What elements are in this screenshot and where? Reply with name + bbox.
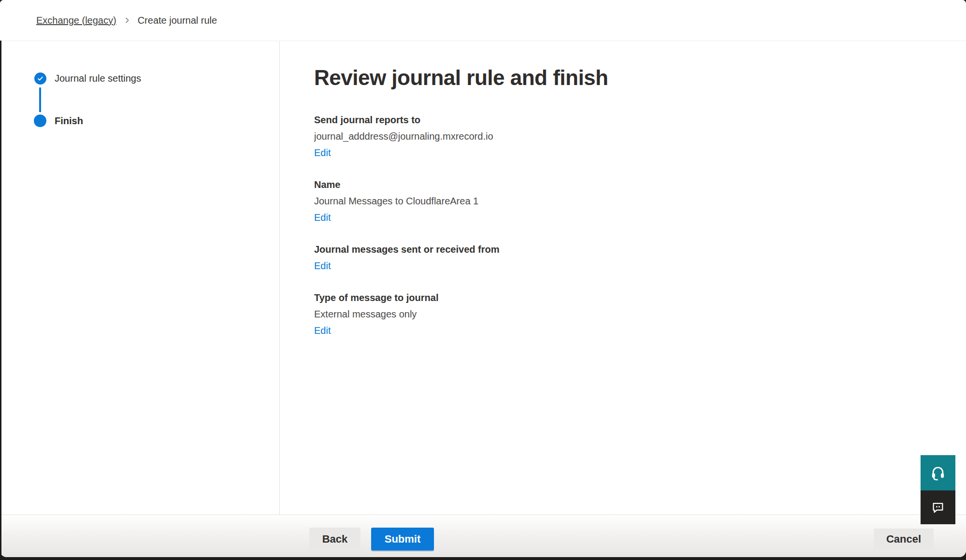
section-value: journal_adddress@journaling.mxrecord.io [314,128,749,144]
app-screen: Exchange (legacy) Create journal rule Jo… [0,0,966,560]
breadcrumb-current: Create journal rule [138,15,217,26]
check-icon [37,75,44,82]
wizard-footer: Back Submit Cancel [0,515,966,557]
window-left-edge [0,41,1,560]
step-completed-circle[interactable] [34,72,46,85]
section-send-journal-reports-to: Send journal reports to journal_adddress… [314,112,749,161]
section-label: Type of message to journal [314,289,749,306]
stepper-step-journal-rule-settings[interactable]: Journal rule settings [55,72,141,85]
back-button[interactable]: Back [309,528,360,550]
chat-bubble-icon [931,500,945,515]
review-panel: Review journal rule and finish Send jour… [279,41,966,515]
stepper-step-finish[interactable]: Finish [55,115,83,127]
edit-link-scope[interactable]: Edit [314,258,331,274]
submit-button[interactable]: Submit [371,528,434,550]
section-label: Journal messages sent or received from [314,241,749,258]
section-name: Name Journal Messages to CloudflareArea … [314,176,749,226]
stepper-connector-line [39,87,41,112]
breadcrumb: Exchange (legacy) Create journal rule [36,0,217,41]
help-button[interactable] [921,455,955,490]
top-header: Exchange (legacy) Create journal rule [0,0,966,41]
section-type-of-message: Type of message to journal External mess… [314,289,749,339]
breadcrumb-parent-link[interactable]: Exchange (legacy) [36,15,116,26]
step-current-circle[interactable] [34,115,46,127]
section-label: Send journal reports to [314,112,749,128]
app-window: Exchange (legacy) Create journal rule Jo… [0,0,966,557]
edit-link-send-journal-reports[interactable]: Edit [314,144,331,161]
edit-link-name[interactable]: Edit [314,209,331,226]
section-value: Journal Messages to CloudflareArea 1 [314,193,749,209]
wizard-stepper-sidebar: Journal rule settings Finish [0,41,280,515]
section-value: External messages only [314,306,749,322]
page-title: Review journal rule and finish [314,66,608,90]
edit-link-message-type[interactable]: Edit [314,322,331,339]
section-label: Name [314,176,749,193]
headset-icon [930,465,946,481]
cancel-button[interactable]: Cancel [874,529,934,550]
section-journal-messages-sent-or-received: Journal messages sent or received from E… [314,241,749,274]
chevron-right-icon [123,16,131,24]
feedback-button[interactable] [921,490,955,524]
review-sections: Send journal reports to journal_adddress… [314,112,749,354]
